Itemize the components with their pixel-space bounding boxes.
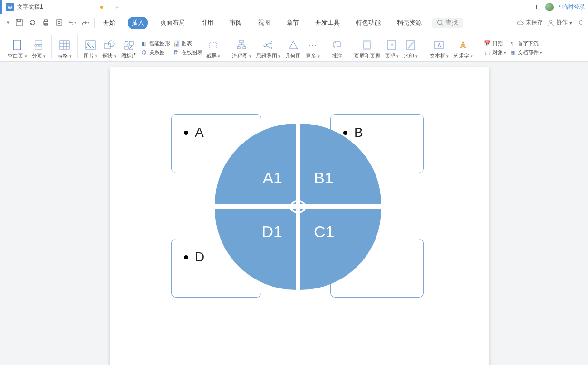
svg-rect-1 bbox=[17, 19, 20, 22]
save-icon[interactable] bbox=[15, 19, 23, 27]
page-break-button[interactable]: 分页 bbox=[31, 35, 47, 61]
mindmap-button[interactable]: 思维导图 bbox=[255, 35, 282, 61]
dropcap-icon: ¶ bbox=[509, 40, 516, 47]
svg-rect-25 bbox=[125, 46, 128, 49]
svg-rect-5 bbox=[56, 20, 61, 25]
tab-insert[interactable]: 插入 bbox=[128, 17, 148, 29]
header-footer-button[interactable]: 页眉和页脚 bbox=[353, 35, 381, 61]
geometry-button[interactable]: 几何图 bbox=[284, 35, 302, 61]
tab-divider bbox=[109, 2, 109, 12]
undo-icon[interactable]: ▾ bbox=[68, 19, 76, 27]
date-icon: 📅 bbox=[484, 40, 491, 47]
new-tab-button[interactable]: + bbox=[115, 3, 119, 11]
date-button[interactable]: 📅日期 bbox=[484, 40, 507, 47]
collaborate-button[interactable]: 协作 ▾ bbox=[548, 19, 572, 27]
tab-start[interactable]: 开始 bbox=[99, 17, 119, 29]
watermark-button[interactable]: 水印 bbox=[403, 35, 419, 61]
annotation-button[interactable]: 批注 bbox=[331, 35, 343, 61]
mindmap-icon bbox=[263, 40, 273, 50]
window-count-badge[interactable]: 1 bbox=[532, 4, 540, 10]
temp-login-label[interactable]: 临时登录 bbox=[559, 3, 585, 11]
svg-rect-10 bbox=[14, 40, 21, 50]
tab-dev-tools[interactable]: 开发工具 bbox=[311, 17, 344, 29]
annotation-icon bbox=[332, 40, 342, 50]
svg-rect-34 bbox=[363, 40, 371, 42]
margin-mark-icon bbox=[430, 106, 436, 112]
unsaved-button[interactable]: 未保存 bbox=[516, 19, 543, 27]
document-title[interactable]: 文字文稿1 bbox=[17, 3, 43, 11]
document-canvas[interactable]: ▾ A B C D A1 B1 D1 C1 bbox=[0, 62, 588, 365]
page-number-button[interactable]: #页码 bbox=[384, 35, 400, 61]
quadrant-c1[interactable]: C1 bbox=[300, 209, 381, 290]
search-placeholder: 查找 bbox=[445, 19, 458, 27]
svg-point-20 bbox=[87, 43, 89, 45]
tab-resources[interactable]: 稻壳资源 bbox=[393, 17, 425, 29]
tab-reference[interactable]: 引用 bbox=[197, 17, 217, 29]
margin-mark-icon bbox=[164, 106, 170, 112]
circle-matrix[interactable]: A1 B1 D1 C1 bbox=[215, 124, 381, 290]
shape-icon bbox=[104, 40, 115, 50]
quadrant-b1[interactable]: B1 bbox=[300, 124, 381, 204]
svg-rect-29 bbox=[243, 47, 246, 49]
smart-graphic-button[interactable]: ◧智能图形 bbox=[141, 40, 170, 47]
relation-button[interactable]: ⌬关系图 bbox=[141, 49, 170, 56]
table-button[interactable]: 表格 bbox=[57, 35, 73, 61]
svg-rect-28 bbox=[237, 47, 240, 49]
user-icon bbox=[548, 19, 554, 26]
svg-line-8 bbox=[442, 24, 443, 26]
tab-features[interactable]: 特色功能 bbox=[352, 17, 385, 29]
search-input[interactable]: 查找 bbox=[432, 18, 463, 28]
tab-view[interactable]: 视图 bbox=[254, 17, 274, 29]
icon-library-button[interactable]: 图标库 bbox=[120, 35, 138, 61]
ribbon-tabs: 开始 插入 页面布局 引用 审阅 视图 章节 开发工具 特色功能 稻壳资源 bbox=[99, 17, 425, 29]
share-icon[interactable] bbox=[577, 19, 584, 26]
screenshot-button[interactable]: 截屏 bbox=[205, 35, 222, 61]
object-button[interactable]: ⬚对象 bbox=[484, 49, 507, 56]
ribbon: 空白页 分页 表格 图片 形状 图标库 ◧智能图形 ⌬关系图 📊图表 ⿻在线图表… bbox=[0, 31, 588, 62]
svg-rect-27 bbox=[240, 40, 243, 43]
tab-page-layout[interactable]: 页面布局 bbox=[156, 17, 189, 29]
doc-parts-button[interactable]: ▦文档部件 bbox=[509, 49, 542, 56]
avatar-icon[interactable] bbox=[545, 3, 554, 11]
watermark-icon bbox=[405, 40, 416, 50]
redo-icon[interactable]: ▾ bbox=[82, 19, 89, 27]
svg-rect-3 bbox=[44, 20, 47, 22]
quadrant-d1[interactable]: D1 bbox=[215, 209, 296, 290]
svg-point-22 bbox=[108, 41, 114, 47]
titlebar: W 文字文稿1 + 1 临时登录 bbox=[0, 0, 588, 14]
menu-dropdown-icon[interactable]: ▾ bbox=[4, 19, 12, 26]
chart-icon: 📊 bbox=[173, 40, 180, 47]
page[interactable]: A B C D A1 B1 D1 C1 bbox=[110, 67, 489, 365]
page-number-icon: # bbox=[386, 40, 397, 50]
svg-text:#: # bbox=[391, 43, 393, 48]
online-chart-button[interactable]: ⿻在线图表 bbox=[173, 49, 202, 56]
tab-section[interactable]: 章节 bbox=[283, 17, 303, 29]
svg-line-39 bbox=[408, 42, 414, 48]
unsaved-dot-icon bbox=[100, 6, 103, 9]
wordart-button[interactable]: A艺术字 bbox=[453, 35, 474, 61]
screenshot-icon bbox=[208, 40, 218, 50]
object-icon: ⬚ bbox=[484, 49, 491, 56]
svg-point-6 bbox=[58, 21, 60, 24]
picture-button[interactable]: 图片 bbox=[83, 35, 99, 61]
more-button[interactable]: ⋯更多 bbox=[305, 35, 321, 61]
dropcap-button[interactable]: ¶首字下沉 bbox=[509, 40, 542, 47]
quadrant-a1[interactable]: A1 bbox=[215, 124, 296, 204]
svg-rect-0 bbox=[16, 19, 22, 26]
flowchart-button[interactable]: 流程图 bbox=[231, 35, 252, 61]
bullet-icon bbox=[184, 131, 188, 135]
cycle-matrix-diagram[interactable]: A B C D A1 B1 D1 C1 bbox=[171, 114, 428, 304]
textbox-button[interactable]: A文本框 bbox=[429, 35, 450, 61]
chart-button[interactable]: 📊图表 bbox=[173, 40, 202, 47]
picture-icon bbox=[85, 40, 96, 50]
preview-icon[interactable] bbox=[55, 19, 63, 27]
print-icon[interactable] bbox=[42, 19, 49, 27]
tab-review[interactable]: 审阅 bbox=[226, 17, 246, 29]
icon-library-icon bbox=[124, 40, 134, 50]
svg-rect-35 bbox=[363, 48, 371, 50]
page-break-icon bbox=[33, 40, 44, 50]
refresh-icon[interactable] bbox=[29, 19, 36, 27]
cloud-icon bbox=[516, 20, 524, 26]
shape-button[interactable]: 形状 bbox=[101, 35, 117, 61]
blank-page-button[interactable]: 空白页 bbox=[7, 35, 28, 61]
